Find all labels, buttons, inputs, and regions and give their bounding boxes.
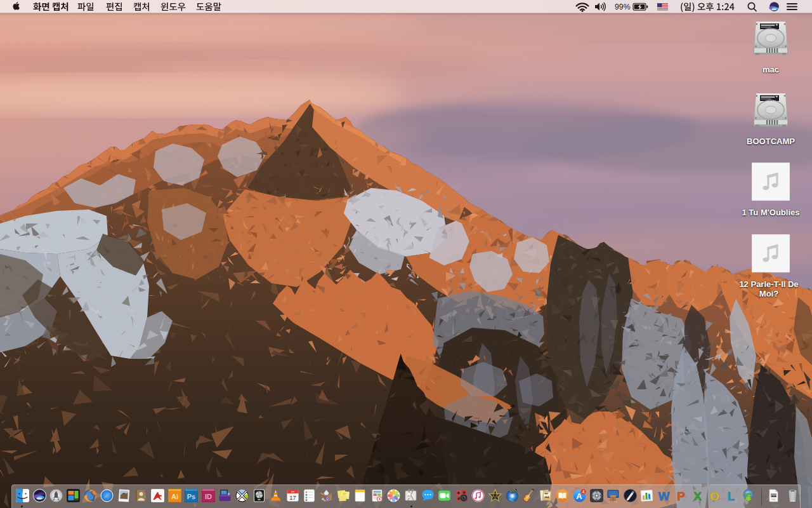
svg-text:O: O — [710, 490, 719, 502]
svg-text:17: 17 — [289, 494, 296, 501]
svg-text:Ai: Ai — [171, 493, 178, 500]
svg-text:P: P — [677, 490, 685, 502]
svg-text:ID: ID — [205, 493, 212, 500]
svg-text:99%: 99% — [615, 3, 631, 11]
svg-text:4: 4 — [582, 490, 585, 494]
svg-text:Q: Q — [326, 497, 329, 500]
svg-text:Ps: Ps — [187, 493, 195, 500]
svg-text:W: W — [658, 490, 670, 502]
svg-text:L: L — [728, 490, 735, 502]
svg-text:X: X — [693, 490, 702, 502]
svg-text:PSD: PSD — [771, 498, 776, 501]
